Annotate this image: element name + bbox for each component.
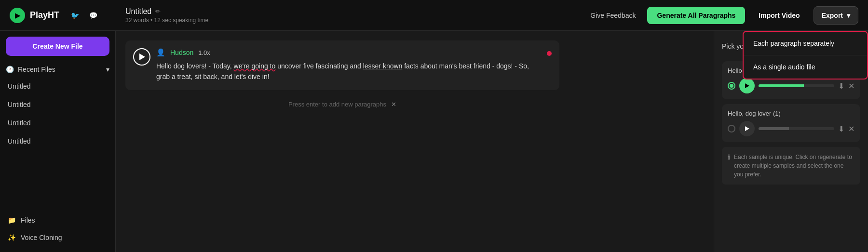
voice-name[interactable]: Hudson <box>170 49 193 56</box>
radio-select-2[interactable] <box>728 125 735 133</box>
voice-cloning-label: Voice Cloning <box>21 234 62 241</box>
logo-text: PlayHT <box>30 10 59 20</box>
export-single-audio[interactable]: As a single audio file <box>744 55 867 79</box>
recent-item-3[interactable]: Untitled <box>0 133 115 150</box>
export-button[interactable]: Export ▾ <box>814 6 858 25</box>
discord-icon[interactable]: 💬 <box>86 9 100 22</box>
play-icon: ▶ <box>10 8 25 23</box>
app-header: ▶ PlayHT 🐦 💬 Untitled ✏ 32 words • 12 se… <box>0 0 868 31</box>
create-new-file-button[interactable]: Create New File <box>6 37 109 56</box>
paragraph-text[interactable]: Hello dog lovers! - Today, we're going t… <box>156 61 541 82</box>
speed-value: 1.0x <box>198 49 210 56</box>
main-layout: Create New File 🕐 Recent Files ▾ Untitle… <box>0 31 868 252</box>
text-wavy1: we're going to <box>234 62 276 70</box>
add-paragraph-row: Press enter to add new paragraphs ✕ <box>125 96 559 113</box>
paragraph-text-area: 👤 Hudson 1.0x Hello dog lovers! - Today,… <box>156 48 541 82</box>
document-meta: 32 words • 12 sec speaking time <box>125 17 584 24</box>
files-label: Files <box>21 216 35 224</box>
play-icon-2 <box>745 126 749 131</box>
files-nav-item[interactable]: 📁 Files <box>0 212 115 229</box>
header-actions: Give Feedback Generate All Paragraphs Im… <box>584 6 858 25</box>
download-icon-2[interactable]: ⬇ <box>838 124 844 133</box>
import-video-button[interactable]: Import Video <box>751 7 807 24</box>
export-each-paragraph[interactable]: Each paragraph separately <box>744 32 867 55</box>
audio-controls-1: ⬇ ✕ <box>728 78 854 93</box>
audio-controls-2: ⬇ ✕ <box>728 121 854 136</box>
recent-files-left: 🕐 Recent Files <box>6 66 55 73</box>
recent-files-chevron: ▾ <box>106 66 109 73</box>
sidebar: Create New File 🕐 Recent Files ▾ Untitle… <box>0 31 116 252</box>
version1-play-button[interactable] <box>739 78 755 93</box>
voice-row: 👤 Hudson 1.0x <box>156 48 541 57</box>
recent-item-2[interactable]: Untitled <box>0 114 115 132</box>
voice-user-icon: 👤 <box>156 48 165 57</box>
recent-item-0[interactable]: Untitled <box>0 78 115 95</box>
audio-waveform-1 <box>759 84 834 87</box>
add-paragraph-close-icon[interactable]: ✕ <box>391 101 396 108</box>
recent-item-1[interactable]: Untitled <box>0 96 115 113</box>
folder-icon: 📁 <box>8 216 16 224</box>
info-text: Each sample is unique. Click on regenera… <box>734 153 854 179</box>
generate-all-button[interactable]: Generate All Paragraphs <box>647 7 745 24</box>
doc-title-row: Untitled ✏ <box>125 7 584 16</box>
export-chevron-icon: ▾ <box>847 12 850 19</box>
export-label: Export <box>822 12 843 19</box>
add-paragraph-hint: Press enter to add new paragraphs <box>288 101 386 108</box>
feedback-button[interactable]: Give Feedback <box>584 8 641 23</box>
audio-waveform-2 <box>759 127 834 130</box>
clock-icon: 🕐 <box>6 66 14 73</box>
info-box: ℹ Each sample is unique. Click on regene… <box>722 147 860 185</box>
twitter-icon[interactable]: 🐦 <box>68 9 81 22</box>
voice-cloning-nav-item[interactable]: ✨ Voice Cloning <box>0 229 115 246</box>
play-icon-1 <box>745 83 749 88</box>
content-area: 👤 Hudson 1.0x Hello dog lovers! - Today,… <box>116 31 714 252</box>
document-title: Untitled <box>125 7 151 16</box>
version2-play-button[interactable] <box>739 121 755 136</box>
social-icons: 🐦 💬 <box>68 9 100 22</box>
edit-title-icon[interactable]: ✏ <box>155 8 161 15</box>
play-triangle-icon <box>139 53 145 60</box>
export-dropdown: Each paragraph separately As a single au… <box>743 31 868 80</box>
text-underline1: lesser known <box>363 62 403 70</box>
recording-dot <box>547 51 552 56</box>
close-version-1-icon[interactable]: ✕ <box>848 81 854 91</box>
download-icon-1[interactable]: ⬇ <box>838 81 844 91</box>
audio-version-2-title: Hello, dog lover (1) <box>728 110 854 117</box>
info-circle-icon: ℹ <box>728 153 730 161</box>
voice-cloning-icon: ✨ <box>8 234 16 241</box>
text-part2: uncover five fascinating and <box>275 62 363 70</box>
paragraph-block: 👤 Hudson 1.0x Hello dog lovers! - Today,… <box>125 40 559 90</box>
logo-area: ▶ PlayHT 🐦 💬 <box>10 8 116 23</box>
paragraph-play-button[interactable] <box>133 48 150 66</box>
text-part1: Hello dog lovers! - Today, <box>156 62 234 70</box>
audio-version-2: Hello, dog lover (1) ⬇ ✕ <box>722 104 860 142</box>
radio-select-1[interactable] <box>728 82 735 90</box>
recent-files-label: Recent Files <box>18 66 55 73</box>
document-info: Untitled ✏ 32 words • 12 sec speaking ti… <box>125 7 584 24</box>
close-version-2-icon[interactable]: ✕ <box>848 124 854 133</box>
recent-files-section[interactable]: 🕐 Recent Files ▾ <box>0 62 115 77</box>
